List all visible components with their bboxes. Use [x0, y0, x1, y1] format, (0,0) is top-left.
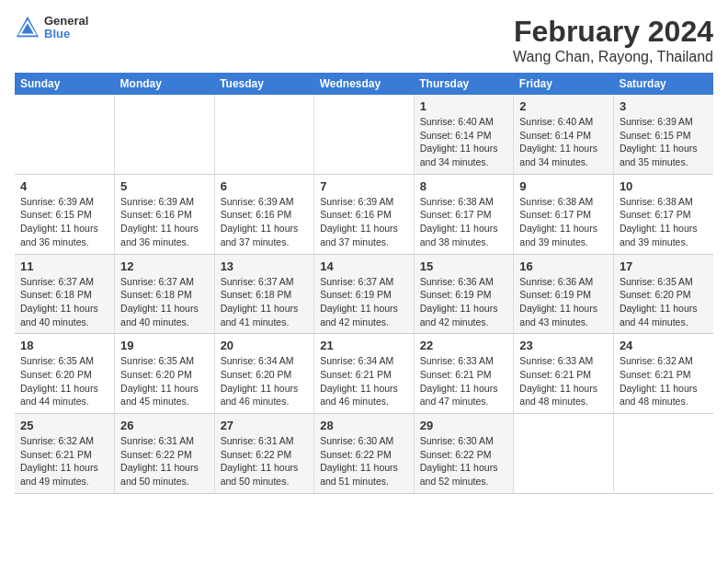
- day-number: 6: [221, 179, 309, 193]
- calendar-cell: 9Sunrise: 6:38 AMSunset: 6:17 PMDaylight…: [514, 174, 614, 254]
- calendar-cell: [115, 95, 215, 174]
- day-info: Sunrise: 6:40 AMSunset: 6:14 PMDaylight:…: [420, 115, 508, 169]
- logo-blue: Blue: [44, 28, 88, 40]
- day-info: Sunrise: 6:32 AMSunset: 6:21 PMDaylight:…: [20, 434, 108, 488]
- day-number: 9: [519, 179, 608, 193]
- calendar-cell: [314, 95, 415, 174]
- calendar-cell: 17Sunrise: 6:35 AMSunset: 6:20 PMDayligh…: [613, 254, 713, 334]
- day-info: Sunrise: 6:39 AMSunset: 6:15 PMDaylight:…: [20, 195, 108, 249]
- day-number: 24: [620, 339, 708, 352]
- calendar-cell: 2Sunrise: 6:40 AMSunset: 6:14 PMDaylight…: [514, 95, 614, 174]
- header-monday: Monday: [115, 73, 215, 95]
- day-info: Sunrise: 6:38 AMSunset: 6:17 PMDaylight:…: [420, 195, 508, 249]
- day-number: 13: [221, 259, 309, 273]
- day-info: Sunrise: 6:37 AMSunset: 6:18 PMDaylight:…: [221, 275, 309, 329]
- day-number: 23: [519, 339, 608, 352]
- calendar-cell: 11Sunrise: 6:37 AMSunset: 6:18 PMDayligh…: [15, 254, 115, 334]
- calendar-cell: 16Sunrise: 6:36 AMSunset: 6:19 PMDayligh…: [514, 254, 614, 334]
- day-number: 14: [320, 259, 408, 273]
- calendar-cell: 22Sunrise: 6:33 AMSunset: 6:21 PMDayligh…: [414, 334, 514, 414]
- day-number: 19: [120, 339, 209, 352]
- header-friday: Friday: [514, 73, 614, 95]
- day-info: Sunrise: 6:40 AMSunset: 6:14 PMDaylight:…: [519, 115, 608, 169]
- day-number: 3: [620, 99, 708, 113]
- calendar-cell: [613, 414, 713, 494]
- header-row: SundayMondayTuesdayWednesdayThursdayFrid…: [15, 73, 713, 95]
- header-sunday: Sunday: [15, 73, 115, 95]
- calendar-cell: 10Sunrise: 6:38 AMSunset: 6:17 PMDayligh…: [613, 174, 713, 254]
- calendar-cell: 13Sunrise: 6:37 AMSunset: 6:18 PMDayligh…: [214, 254, 314, 334]
- calendar-cell: 29Sunrise: 6:30 AMSunset: 6:22 PMDayligh…: [414, 414, 514, 494]
- day-number: 10: [620, 179, 708, 193]
- calendar-cell: 12Sunrise: 6:37 AMSunset: 6:18 PMDayligh…: [115, 254, 215, 334]
- day-info: Sunrise: 6:39 AMSunset: 6:15 PMDaylight:…: [620, 115, 708, 169]
- logo-general: General: [44, 15, 88, 28]
- title-block: February 2024 Wang Chan, Rayong, Thailan…: [513, 15, 713, 65]
- day-info: Sunrise: 6:32 AMSunset: 6:21 PMDaylight:…: [620, 354, 708, 408]
- calendar-cell: 21Sunrise: 6:34 AMSunset: 6:21 PMDayligh…: [314, 334, 415, 414]
- day-number: 4: [20, 179, 108, 193]
- day-info: Sunrise: 6:31 AMSunset: 6:22 PMDaylight:…: [221, 434, 309, 488]
- day-number: 12: [120, 259, 209, 273]
- calendar-cell: 24Sunrise: 6:32 AMSunset: 6:21 PMDayligh…: [613, 334, 713, 414]
- day-number: 2: [519, 99, 608, 113]
- calendar-cell: 18Sunrise: 6:35 AMSunset: 6:20 PMDayligh…: [15, 334, 115, 414]
- calendar-cell: 6Sunrise: 6:39 AMSunset: 6:16 PMDaylight…: [214, 174, 314, 254]
- calendar-header: SundayMondayTuesdayWednesdayThursdayFrid…: [15, 73, 713, 95]
- day-number: 1: [420, 99, 508, 113]
- calendar-cell: 1Sunrise: 6:40 AMSunset: 6:14 PMDaylight…: [414, 95, 514, 174]
- header-wednesday: Wednesday: [314, 73, 415, 95]
- day-info: Sunrise: 6:39 AMSunset: 6:16 PMDaylight:…: [120, 195, 209, 249]
- calendar-cell: [15, 95, 115, 174]
- day-info: Sunrise: 6:31 AMSunset: 6:22 PMDaylight:…: [120, 434, 209, 488]
- day-number: 17: [620, 259, 708, 273]
- day-info: Sunrise: 6:35 AMSunset: 6:20 PMDaylight:…: [120, 354, 209, 408]
- calendar-cell: 28Sunrise: 6:30 AMSunset: 6:22 PMDayligh…: [314, 414, 415, 494]
- day-number: 5: [120, 179, 209, 193]
- day-info: Sunrise: 6:38 AMSunset: 6:17 PMDaylight:…: [519, 195, 608, 249]
- calendar-cell: 25Sunrise: 6:32 AMSunset: 6:21 PMDayligh…: [15, 414, 115, 494]
- calendar-cell: 8Sunrise: 6:38 AMSunset: 6:17 PMDaylight…: [414, 174, 514, 254]
- calendar-body: 1Sunrise: 6:40 AMSunset: 6:14 PMDaylight…: [15, 95, 713, 493]
- calendar-cell: 27Sunrise: 6:31 AMSunset: 6:22 PMDayligh…: [214, 414, 314, 494]
- calendar-cell: [214, 95, 314, 174]
- day-info: Sunrise: 6:37 AMSunset: 6:18 PMDaylight:…: [120, 275, 209, 329]
- day-info: Sunrise: 6:35 AMSunset: 6:20 PMDaylight:…: [20, 354, 108, 408]
- day-number: 16: [519, 259, 608, 273]
- day-info: Sunrise: 6:37 AMSunset: 6:19 PMDaylight:…: [320, 275, 408, 329]
- day-info: Sunrise: 6:39 AMSunset: 6:16 PMDaylight:…: [320, 195, 408, 249]
- day-number: 15: [420, 259, 508, 273]
- page-title: February 2024: [513, 15, 713, 49]
- logo-icon: [15, 15, 40, 40]
- calendar-cell: 15Sunrise: 6:36 AMSunset: 6:19 PMDayligh…: [414, 254, 514, 334]
- day-number: 25: [20, 419, 108, 432]
- calendar-cell: 14Sunrise: 6:37 AMSunset: 6:19 PMDayligh…: [314, 254, 415, 334]
- day-info: Sunrise: 6:30 AMSunset: 6:22 PMDaylight:…: [320, 434, 408, 488]
- calendar-cell: 4Sunrise: 6:39 AMSunset: 6:15 PMDaylight…: [15, 174, 115, 254]
- header-thursday: Thursday: [414, 73, 514, 95]
- calendar-cell: 26Sunrise: 6:31 AMSunset: 6:22 PMDayligh…: [115, 414, 215, 494]
- week-row-0: 1Sunrise: 6:40 AMSunset: 6:14 PMDaylight…: [15, 95, 713, 174]
- calendar-table: SundayMondayTuesdayWednesdayThursdayFrid…: [15, 73, 713, 494]
- page-subtitle: Wang Chan, Rayong, Thailand: [513, 49, 713, 65]
- day-info: Sunrise: 6:34 AMSunset: 6:20 PMDaylight:…: [221, 354, 309, 408]
- week-row-4: 25Sunrise: 6:32 AMSunset: 6:21 PMDayligh…: [15, 414, 713, 494]
- calendar-cell: 5Sunrise: 6:39 AMSunset: 6:16 PMDaylight…: [115, 174, 215, 254]
- header-saturday: Saturday: [613, 73, 713, 95]
- day-info: Sunrise: 6:36 AMSunset: 6:19 PMDaylight:…: [420, 275, 508, 329]
- day-info: Sunrise: 6:35 AMSunset: 6:20 PMDaylight:…: [620, 275, 708, 329]
- day-number: 18: [20, 339, 108, 352]
- day-number: 11: [20, 259, 108, 273]
- day-info: Sunrise: 6:39 AMSunset: 6:16 PMDaylight:…: [221, 195, 309, 249]
- day-number: 29: [420, 419, 508, 432]
- day-info: Sunrise: 6:33 AMSunset: 6:21 PMDaylight:…: [519, 354, 608, 408]
- calendar-cell: [514, 414, 614, 494]
- day-info: Sunrise: 6:30 AMSunset: 6:22 PMDaylight:…: [420, 434, 508, 488]
- day-info: Sunrise: 6:36 AMSunset: 6:19 PMDaylight:…: [519, 275, 608, 329]
- calendar-cell: 3Sunrise: 6:39 AMSunset: 6:15 PMDaylight…: [613, 95, 713, 174]
- day-info: Sunrise: 6:38 AMSunset: 6:17 PMDaylight:…: [620, 195, 708, 249]
- week-row-1: 4Sunrise: 6:39 AMSunset: 6:15 PMDaylight…: [15, 174, 713, 254]
- logo: General Blue: [15, 15, 88, 41]
- header-tuesday: Tuesday: [214, 73, 314, 95]
- day-number: 7: [320, 179, 408, 193]
